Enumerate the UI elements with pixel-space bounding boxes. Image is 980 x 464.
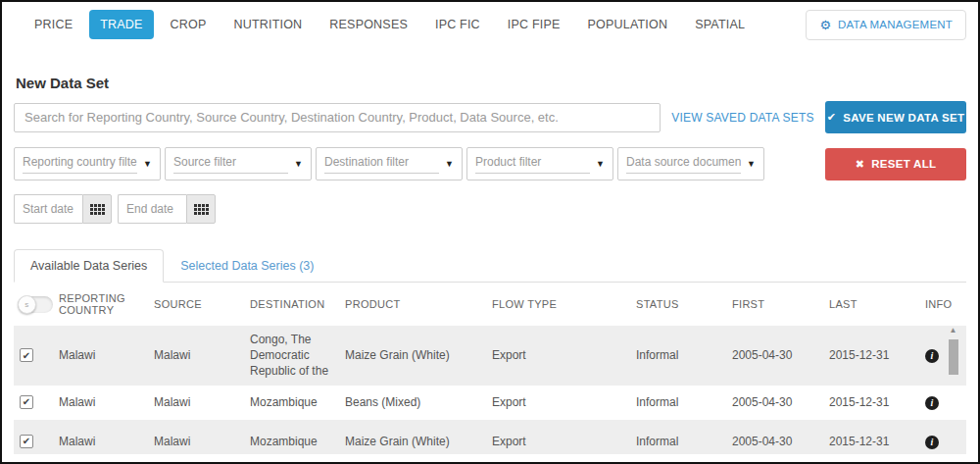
cell-source: Malawi bbox=[152, 420, 248, 454]
cell-reporting-country: Malawi bbox=[57, 326, 152, 386]
cell-destination: Mozambique bbox=[248, 420, 343, 454]
cell-flow-type: Export bbox=[490, 420, 634, 454]
column-header-last[interactable]: LAST bbox=[827, 283, 923, 326]
caret-down-icon: ▼ bbox=[143, 159, 152, 169]
table-body-scroll-area: ✔ Malawi Malawi Congo, The Democratic Re… bbox=[14, 326, 966, 454]
column-header-source[interactable]: SOURCE bbox=[152, 283, 248, 326]
cell-last: 2015-12-31 bbox=[827, 386, 923, 420]
cell-product: Maize Grain (White) bbox=[343, 326, 490, 386]
cross-icon: ✖ bbox=[856, 158, 865, 171]
nav-tab-crop[interactable]: CROP bbox=[160, 10, 218, 39]
page-content: New Data Set VIEW SAVED DATA SETS ✔ SAVE… bbox=[2, 75, 978, 454]
row-checkbox[interactable]: ✔ bbox=[20, 435, 33, 448]
tab-available-data-series[interactable]: Available Data Series bbox=[14, 249, 164, 283]
destination-filter-dropdown[interactable]: Destination filter ▼ bbox=[316, 147, 463, 180]
product-filter-dropdown[interactable]: Product filter ▼ bbox=[466, 147, 613, 180]
column-header-status[interactable]: STATUS bbox=[634, 283, 730, 326]
save-new-data-set-button[interactable]: ✔ SAVE NEW DATA SET bbox=[825, 101, 966, 133]
start-date-group bbox=[14, 194, 112, 224]
nav-tab-ipc-fipe[interactable]: IPC FIPE bbox=[497, 10, 571, 39]
end-date-group bbox=[118, 194, 216, 224]
check-icon: ✔ bbox=[827, 111, 837, 124]
nav-tab-population[interactable]: POPULATION bbox=[577, 10, 679, 39]
gear-icon: ⚙ bbox=[819, 19, 831, 31]
view-saved-data-sets-link[interactable]: VIEW SAVED DATA SETS bbox=[661, 111, 825, 125]
nav-tab-trade[interactable]: TRADE bbox=[89, 10, 153, 39]
cell-status: Informal bbox=[634, 386, 730, 420]
scrollbar-up-arrow[interactable]: ▲ bbox=[946, 326, 960, 337]
scrollbar-thumb[interactable] bbox=[949, 339, 958, 375]
table-row[interactable]: ✔ Malawi Malawi Mozambique Beans (Mixed)… bbox=[14, 386, 966, 420]
filter-label: Product filter bbox=[475, 155, 590, 174]
save-button-label: SAVE NEW DATA SET bbox=[843, 112, 964, 124]
caret-down-icon: ▼ bbox=[596, 159, 605, 169]
app-window: { "nav": { "tabs": [ {"label": "PRICE", … bbox=[0, 0, 980, 464]
caret-down-icon: ▼ bbox=[747, 159, 756, 169]
top-navbar: PRICE TRADE CROP NUTRITION RESPONSES IPC… bbox=[2, 2, 978, 47]
row-checkbox[interactable]: ✔ bbox=[20, 348, 33, 362]
caret-down-icon: ▼ bbox=[445, 159, 454, 169]
cell-last: 2015-12-31 bbox=[827, 420, 923, 454]
column-header-destination[interactable]: DESTINATION bbox=[248, 283, 343, 326]
cell-destination: Mozambique bbox=[248, 386, 343, 420]
table-row[interactable]: ✔ Malawi Malawi Mozambique Maize Grain (… bbox=[14, 420, 966, 454]
row-checkbox[interactable]: ✔ bbox=[20, 395, 33, 409]
cell-product: Maize Grain (White) bbox=[343, 420, 490, 454]
filter-row: Reporting country filter ▼ Source filter… bbox=[14, 147, 966, 180]
info-icon[interactable]: i bbox=[925, 396, 939, 410]
cell-first: 2005-04-30 bbox=[730, 386, 827, 420]
cell-flow-type: Export bbox=[490, 386, 634, 420]
data-source-document-dropdown[interactable]: Data source document ▼ bbox=[617, 147, 764, 180]
column-header-product[interactable]: PRODUCT bbox=[343, 283, 490, 326]
nav-tab-spatial[interactable]: SPATIAL bbox=[684, 10, 756, 39]
data-series-tabs: Available Data Series Selected Data Seri… bbox=[14, 249, 966, 283]
end-date-calendar-button[interactable] bbox=[186, 194, 216, 224]
column-header-flow-type[interactable]: FLOW TYPE bbox=[490, 283, 634, 326]
end-date-input[interactable] bbox=[118, 194, 186, 224]
filter-label: Reporting country filter bbox=[23, 155, 137, 174]
reset-button-label: RESET ALL bbox=[871, 158, 936, 170]
nav-tab-responses[interactable]: RESPONSES bbox=[318, 10, 418, 39]
data-management-button[interactable]: ⚙ DATA MANAGEMENT bbox=[806, 10, 966, 40]
info-icon[interactable]: i bbox=[925, 436, 939, 449]
data-series-table-body: ✔ Malawi Malawi Congo, The Democratic Re… bbox=[14, 326, 966, 454]
start-date-calendar-button[interactable] bbox=[82, 194, 112, 224]
calendar-grid-icon bbox=[194, 204, 209, 215]
data-series-table-header: s REPORTING COUNTRY SOURCE DESTINATION P… bbox=[14, 283, 966, 326]
cell-first: 2005-04-30 bbox=[730, 326, 827, 386]
reset-all-button[interactable]: ✖ RESET ALL bbox=[825, 148, 966, 180]
vertical-scrollbar[interactable]: ▲ bbox=[946, 326, 960, 454]
column-header-info[interactable]: INFO bbox=[923, 283, 966, 326]
cell-reporting-country: Malawi bbox=[57, 386, 152, 420]
select-all-toggle[interactable]: s bbox=[18, 296, 53, 313]
cell-last: 2015-12-31 bbox=[827, 326, 923, 386]
source-filter-dropdown[interactable]: Source filter ▼ bbox=[165, 147, 312, 180]
table-header-row: s REPORTING COUNTRY SOURCE DESTINATION P… bbox=[14, 283, 966, 326]
main-nav-tabs: PRICE TRADE CROP NUTRITION RESPONSES IPC… bbox=[24, 10, 806, 39]
nav-tab-ipc-fic[interactable]: IPC FIC bbox=[424, 10, 491, 39]
filters-group: Reporting country filter ▼ Source filter… bbox=[14, 147, 825, 180]
info-icon[interactable]: i bbox=[925, 349, 939, 363]
date-row bbox=[14, 194, 966, 224]
cell-destination: Congo, The Democratic Republic of the bbox=[248, 326, 343, 386]
filter-label: Data source document bbox=[626, 155, 741, 174]
cell-reporting-country: Malawi bbox=[57, 420, 152, 454]
nav-tab-nutrition[interactable]: NUTRITION bbox=[223, 10, 314, 39]
data-management-label: DATA MANAGEMENT bbox=[838, 19, 953, 30]
column-header-first[interactable]: FIRST bbox=[730, 283, 827, 326]
column-header-reporting-country[interactable]: REPORTING COUNTRY bbox=[57, 283, 152, 326]
filter-label: Source filter bbox=[173, 155, 288, 174]
cell-source: Malawi bbox=[152, 386, 248, 420]
start-date-input[interactable] bbox=[14, 194, 82, 224]
tab-selected-data-series[interactable]: Selected Data Series (3) bbox=[164, 249, 330, 283]
cell-product: Beans (Mixed) bbox=[343, 386, 490, 420]
page-title: New Data Set bbox=[16, 75, 964, 91]
cell-flow-type: Export bbox=[490, 326, 634, 386]
caret-down-icon: ▼ bbox=[294, 159, 303, 169]
nav-tab-price[interactable]: PRICE bbox=[24, 10, 83, 39]
calendar-grid-icon bbox=[90, 204, 105, 215]
table-row[interactable]: ✔ Malawi Malawi Congo, The Democratic Re… bbox=[14, 326, 966, 386]
toggle-knob: s bbox=[18, 295, 36, 314]
reporting-country-filter-dropdown[interactable]: Reporting country filter ▼ bbox=[14, 147, 161, 180]
search-input[interactable] bbox=[14, 103, 661, 132]
